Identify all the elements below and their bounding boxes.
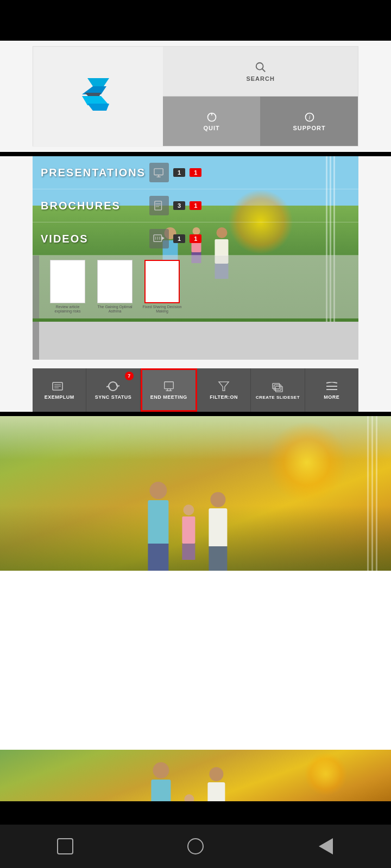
search-button[interactable]: SEARCH — [163, 47, 358, 97]
videos-row[interactable]: VIDEOS 1 1 — [33, 222, 358, 256]
white-section — [0, 571, 391, 750]
quit-button[interactable]: QUIT — [163, 97, 261, 146]
doc-label-1: Review article explaining risks — [47, 305, 88, 314]
panel-bottom-strip — [33, 322, 358, 360]
svg-rect-27 — [165, 382, 174, 389]
create-slideset-label: CREATE SLIDESET — [256, 395, 300, 400]
svg-point-5 — [256, 62, 263, 69]
videos-new-count: 1 — [190, 234, 201, 243]
bottom-nav-bar — [0, 825, 391, 868]
support-button[interactable]: i SUPPORT — [261, 97, 358, 146]
presentations-row[interactable]: PRESENTATIONS 1 1 — [33, 156, 358, 189]
bottom-photo — [0, 750, 391, 801]
quit-support-row: QUIT i SUPPORT — [163, 97, 358, 146]
presentations-label: PRESENTATIONS — [41, 167, 149, 179]
filter-button[interactable]: FILTER:ON — [197, 368, 251, 412]
brochures-row[interactable]: BROCHURES 3 1 — [33, 189, 358, 222]
doc-img-2 — [97, 260, 133, 303]
presentations-icon — [149, 163, 169, 182]
recent-apps-icon — [57, 838, 73, 854]
svg-line-6 — [262, 68, 265, 72]
doc-thumb-1[interactable]: Review article explaining risks — [47, 260, 88, 314]
sync-button[interactable]: 7 SYNC STATUS — [86, 368, 140, 412]
svg-rect-11 — [154, 169, 163, 175]
right-vert-lines — [367, 416, 377, 571]
back-icon — [319, 838, 333, 854]
end-meeting-icon — [161, 380, 176, 392]
exemplum-button[interactable]: EXEMPLUM — [33, 368, 86, 412]
videos-icon — [149, 229, 169, 248]
search-label: SEARCH — [246, 75, 274, 82]
app-home-panel: SEARCH QUIT i SUPPORT — [33, 46, 358, 146]
svg-marker-31 — [219, 382, 229, 391]
app-logo — [33, 47, 163, 147]
main-person-2 — [209, 492, 227, 571]
more-icon — [324, 380, 339, 392]
bottom-person-2 — [207, 767, 225, 801]
presentations-new-count: 1 — [190, 168, 201, 177]
svg-rect-33 — [274, 385, 281, 390]
svg-marker-22 — [162, 237, 165, 240]
support-label: SUPPORT — [293, 125, 325, 131]
left-strip — [33, 322, 39, 360]
videos-count: 1 — [173, 234, 185, 243]
presentations-count: 1 — [173, 168, 185, 177]
filter-icon — [216, 380, 231, 392]
sync-icon — [105, 380, 121, 392]
document-thumbnails: Review article explaining risks The Gain… — [33, 256, 358, 318]
recent-apps-button[interactable] — [49, 830, 81, 863]
brochures-count: 3 — [173, 201, 185, 210]
more-button[interactable]: MORE — [305, 368, 358, 412]
svg-rect-14 — [155, 201, 162, 210]
create-slideset-button[interactable]: CREATE SLIDESET — [251, 368, 305, 412]
doc-label-3: Fixed Sharing Decision Making — [142, 305, 182, 314]
filter-label: FILTER:ON — [210, 394, 238, 400]
quit-label: QUIT — [204, 125, 220, 131]
doc-label-2: The Gaining Optimal Asthma — [94, 305, 135, 314]
svg-marker-4 — [87, 104, 109, 111]
main-person-child — [182, 505, 195, 560]
brochures-new-count: 1 — [190, 201, 201, 210]
app-home-buttons: SEARCH QUIT i SUPPORT — [163, 47, 358, 146]
sync-label: SYNC STATUS — [95, 394, 132, 400]
doc-thumb-2[interactable]: The Gaining Optimal Asthma — [94, 260, 135, 314]
end-meeting-label: END MEETING — [150, 394, 187, 400]
doc-thumb-3[interactable]: Fixed Sharing Decision Making — [142, 260, 182, 314]
home-icon — [187, 838, 204, 854]
end-meeting-button[interactable]: END MEETING — [141, 368, 197, 412]
bottom-person-1 — [151, 762, 171, 801]
sync-badge: 7 — [125, 372, 134, 380]
brochures-icon — [149, 196, 169, 215]
home-button[interactable] — [179, 830, 212, 863]
exemplum-icon — [52, 380, 67, 392]
svg-text:i: i — [308, 114, 310, 120]
top-status-bar — [0, 0, 391, 41]
doc-img-1 — [50, 260, 85, 303]
doc-img-3 — [144, 260, 180, 303]
bottom-person-child — [184, 794, 194, 801]
videos-label: VIDEOS — [41, 233, 149, 245]
exemplum-label: EXEMPLUM — [45, 394, 74, 400]
main-photo-area — [0, 416, 391, 571]
main-person-1 — [148, 482, 168, 571]
create-slideset-icon — [270, 381, 285, 393]
toolbar: EXEMPLUM 7 SYNC STATUS — [33, 368, 358, 412]
more-label: MORE — [324, 394, 339, 400]
back-button[interactable] — [310, 830, 342, 863]
brochures-label: BROCHURES — [41, 200, 149, 212]
presentations-panel: PRESENTATIONS 1 1 BROCHURES — [33, 156, 358, 322]
